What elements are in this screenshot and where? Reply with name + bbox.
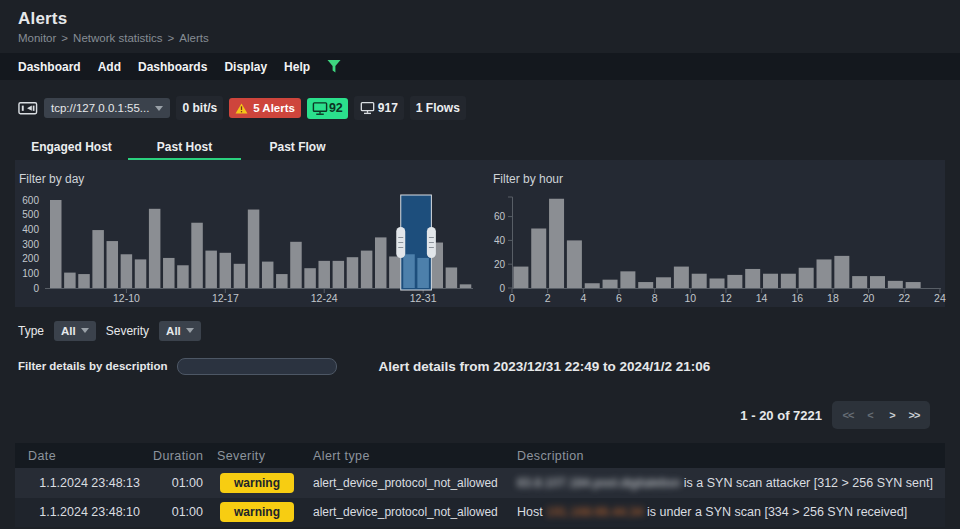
cell-alert-type: alert_device_protocol_not_allowed — [310, 476, 510, 490]
svg-text:0: 0 — [499, 283, 505, 294]
network-interface-icon — [18, 100, 38, 116]
filter-by-day-chart[interactable]: 010020030040050060012-1012-1712-2412-31 — [15, 183, 480, 309]
pagination-row: 1 - 20 of 7221 <<<>>> — [0, 401, 930, 429]
svg-text:4: 4 — [580, 292, 586, 304]
alerts-badge-label: 5 Alerts — [253, 102, 295, 114]
svg-text:2: 2 — [545, 292, 551, 304]
svg-text:24: 24 — [934, 292, 946, 304]
chevron-down-icon — [155, 106, 163, 111]
charts-panel: Filter by day Filter by hour 01002003004… — [15, 160, 945, 307]
interface-select[interactable]: tcp://127.0.0.1:55... — [44, 98, 170, 118]
cell-alert-type: alert_device_protocol_not_allowed — [310, 505, 510, 519]
svg-text:200: 200 — [22, 253, 39, 264]
menu-item-help[interactable]: Help — [284, 60, 310, 74]
last-page-button[interactable]: >> — [903, 409, 925, 421]
svg-text:40: 40 — [494, 235, 506, 246]
alert-details-range: Alert details from 2023/12/31 22:49 to 2… — [379, 359, 711, 374]
cell-duration: 01:00 — [145, 505, 210, 519]
svg-text:22: 22 — [898, 292, 910, 304]
breadcrumb-item[interactable]: Network statistics — [73, 32, 162, 44]
statusbar: tcp://127.0.0.1:55... 0 bit/s 5 Alerts 9… — [18, 95, 942, 121]
tab-past-flow[interactable]: Past Flow — [241, 135, 354, 160]
tabs: Engaged HostPast HostPast Flow — [15, 135, 945, 160]
breadcrumb-separator: > — [168, 32, 175, 44]
filters-row: Type All Severity All — [18, 319, 942, 342]
alerts-badge[interactable]: 5 Alerts — [229, 98, 301, 118]
table-row: 1.1.2024 23:48:1001:00warningalert_devic… — [15, 498, 945, 528]
table-header: Date Duration Severity Alert type Descri… — [15, 443, 945, 468]
devices-count: 917 — [378, 101, 398, 115]
svg-text:6: 6 — [616, 292, 622, 304]
next-page-button[interactable]: > — [881, 409, 903, 421]
svg-text:20: 20 — [494, 259, 506, 270]
svg-text:12-31: 12-31 — [410, 292, 437, 304]
filter-by-hour-chart[interactable]: 0204060024681012141618202224 — [480, 183, 950, 309]
first-page-button[interactable]: << — [837, 409, 859, 421]
redacted-text: 191.168.66.44.34 — [546, 505, 643, 519]
svg-text:500: 500 — [22, 209, 39, 220]
tab-engaged-host[interactable]: Engaged Host — [15, 135, 128, 160]
pager: <<<>>> — [832, 401, 930, 429]
menubar: DashboardAddDashboardsDisplayHelp — [0, 53, 960, 80]
svg-text:0: 0 — [33, 283, 39, 294]
severity-select[interactable]: All — [159, 321, 201, 341]
svg-text:60: 60 — [494, 211, 506, 222]
menu-item-add[interactable]: Add — [98, 60, 121, 74]
cell-date: 1.1.2024 23:48:10 — [15, 505, 145, 519]
monitor-icon — [360, 101, 375, 115]
details-row: Filter details by description Alert deta… — [18, 357, 942, 375]
severity-badge: warning — [220, 473, 294, 493]
svg-text:12-17: 12-17 — [212, 292, 239, 304]
severity-badge: warning — [220, 502, 294, 522]
interface-select-value: tcp://127.0.0.1:55... — [51, 102, 149, 114]
svg-text:18: 18 — [827, 292, 839, 304]
throughput-chip: 0 bit/s — [176, 96, 223, 120]
filter-funnel-icon[interactable] — [327, 60, 341, 73]
svg-text:8: 8 — [652, 292, 658, 304]
cell-description: Host 191.168.66.44.34 is under a SYN sca… — [510, 505, 945, 519]
devices-chip[interactable]: 917 — [354, 96, 404, 120]
menu-item-dashboard[interactable]: Dashboard — [18, 60, 81, 74]
warning-triangle-icon — [235, 103, 248, 114]
svg-text:12-10: 12-10 — [113, 292, 140, 304]
svg-text:600: 600 — [22, 195, 39, 206]
col-severity[interactable]: Severity — [210, 449, 310, 463]
col-duration[interactable]: Duration — [145, 449, 210, 463]
menu-item-display[interactable]: Display — [224, 60, 267, 74]
svg-text:100: 100 — [22, 268, 39, 279]
pagination-range: 1 - 20 of 7221 — [740, 408, 822, 423]
alerts-table: Date Duration Severity Alert type Descri… — [15, 443, 945, 527]
breadcrumb-item[interactable]: Monitor — [18, 32, 56, 44]
table-row: 1.1.2024 23:48:1301:00warningalert_devic… — [15, 468, 945, 498]
tab-past-host[interactable]: Past Host — [128, 135, 241, 160]
col-date[interactable]: Date — [15, 449, 145, 463]
col-alert-type[interactable]: Alert type — [310, 449, 510, 463]
redacted-text: 83.8.107.184.pool.digitalebsn — [517, 476, 680, 490]
svg-text:0: 0 — [509, 292, 515, 304]
svg-text:16: 16 — [791, 292, 803, 304]
svg-text:12-24: 12-24 — [311, 292, 338, 304]
prev-page-button[interactable]: < — [859, 409, 881, 421]
cell-description: 83.8.107.184.pool.digitalebsn is a SYN s… — [510, 476, 945, 490]
flows-chip[interactable]: 1 Flows — [410, 96, 466, 120]
chevron-down-icon — [186, 328, 194, 333]
cell-duration: 01:00 — [145, 476, 210, 490]
svg-text:10: 10 — [684, 292, 696, 304]
breadcrumb-item: Alerts — [179, 32, 208, 44]
svg-text:300: 300 — [22, 239, 39, 250]
page-title: Alerts — [18, 9, 942, 29]
col-description[interactable]: Description — [510, 449, 945, 463]
monitor-icon — [312, 101, 328, 116]
hosts-badge[interactable]: 92 — [307, 98, 348, 119]
svg-text:20: 20 — [863, 292, 875, 304]
menu-item-dashboards[interactable]: Dashboards — [138, 60, 207, 74]
description-filter-label: Filter details by description — [18, 360, 168, 372]
description-filter-input[interactable] — [177, 358, 337, 375]
svg-text:14: 14 — [756, 292, 768, 304]
severity-label: Severity — [106, 324, 149, 338]
chevron-down-icon — [81, 328, 89, 333]
hosts-badge-value: 92 — [329, 101, 343, 115]
page-header: Alerts Monitor>Network statistics>Alerts — [0, 0, 960, 53]
svg-text:400: 400 — [22, 224, 39, 235]
type-select[interactable]: All — [54, 321, 96, 341]
